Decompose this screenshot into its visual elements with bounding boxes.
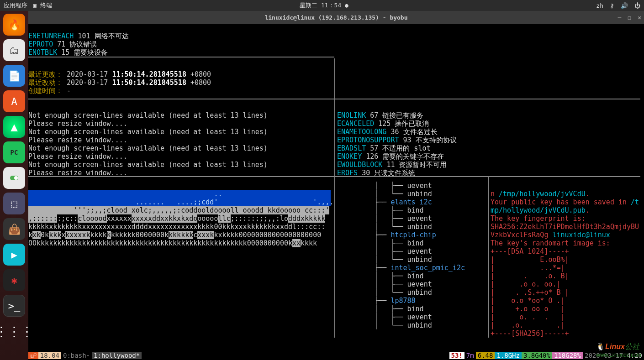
- screenshot-launcher-icon[interactable]: ⬚: [3, 193, 25, 214]
- minimize-button[interactable]: —: [618, 14, 622, 21]
- status-window-0[interactable]: 0:bash-: [61, 352, 92, 359]
- terminal-launcher-icon[interactable]: >_: [3, 295, 25, 317]
- show-apps-icon[interactable]: ⋮⋮⋮: [3, 320, 25, 342]
- byobu-status-bar: u◌ 18.04 0:bash- 1:hollywood* 53! 7m 6.4…: [28, 351, 644, 360]
- status-os-version: 18.04: [38, 352, 61, 359]
- firefox-launcher-icon[interactable]: 🔥: [3, 14, 25, 36]
- status-logo: u◌: [28, 352, 38, 360]
- window-titlebar: linuxidc@linux (192.168.213.135) - byobu…: [28, 11, 644, 24]
- status-window-1-active[interactable]: 1:hollywood*: [92, 352, 142, 359]
- network-launcher-icon[interactable]: ✱: [3, 269, 25, 291]
- window-title: linuxidc@linux (192.168.213.135) - byobu: [264, 14, 407, 21]
- pane-errno-right: ENOLINK 67 链接已有服务 ECANCELED 125 操作已取消 EN…: [337, 103, 639, 185]
- status-load: 6.48: [476, 352, 495, 359]
- status-alert: 53!: [449, 352, 465, 359]
- system-top-bar: 应用程序 ▣ 终端 星期二 11：54 ● zh ⚷ 🔊 ⏻: [0, 0, 644, 11]
- applications-menu[interactable]: 应用程序: [4, 1, 27, 10]
- close-button[interactable]: ✕: [638, 14, 641, 21]
- status-disk: 118G28%: [552, 352, 583, 359]
- power-icon[interactable]: ⏻: [634, 2, 640, 9]
- store-launcher-icon[interactable]: 👜: [3, 218, 25, 240]
- dock: 🔥 🗂 📄 A ▲ PC ⬚ 👜 ▶ ✱ >_ ⋮⋮⋮: [0, 11, 28, 360]
- pycharm-launcher-icon[interactable]: PC: [3, 141, 25, 163]
- pane-divider: [334, 99, 335, 176]
- tweaks-launcher-icon[interactable]: [3, 167, 25, 189]
- network-icon[interactable]: ⚷: [610, 2, 614, 9]
- pane-divider: [28, 57, 334, 57]
- android-studio-launcher-icon[interactable]: ▲: [3, 116, 25, 138]
- status-cpu-freq: 1.8GHz: [495, 352, 522, 359]
- pane-errno-top: ENETUNREACH 101 网络不可达 EPROTO 71 协议错误 ENO…: [28, 24, 334, 65]
- writer-launcher-icon[interactable]: 📄: [3, 65, 25, 87]
- clock[interactable]: 星期二 11：54 ●: [300, 2, 348, 9]
- volume-icon[interactable]: 🔊: [621, 2, 628, 9]
- status-uptime: 7m: [465, 352, 476, 359]
- status-mem: 3.8G40%: [522, 352, 552, 359]
- pane-noise: .. ....... ....;;cdd' '.,,. ''';;,,;cloo…: [28, 182, 334, 256]
- pane-resize-warning: Not enough screen-lines available (need …: [28, 103, 334, 185]
- pane-divider: [334, 177, 335, 338]
- pane-ssh-keygen: n /tmp/hollywood/jvVCdU. Your public key…: [491, 182, 640, 346]
- terminal-viewport[interactable]: ENETUNREACH 101 网络不可达 EPROTO 71 协议错误 ENO…: [28, 24, 644, 351]
- files-launcher-icon[interactable]: 🗂: [3, 39, 25, 61]
- software-launcher-icon[interactable]: A: [3, 90, 25, 112]
- terminal-window: linuxidc@linux (192.168.213.135) - byobu…: [28, 11, 644, 360]
- watermark: 🐧Linux公社 www.Linuxidc.com: [596, 342, 641, 358]
- pane-divider: [334, 58, 335, 99]
- maximize-button[interactable]: ☐: [628, 14, 631, 21]
- input-method-indicator[interactable]: zh: [596, 2, 603, 9]
- snap-launcher-icon[interactable]: ▶: [3, 244, 25, 266]
- pane-tree: │ ├── uevent │ └── unbind ├── elants_i2c…: [337, 182, 488, 329]
- pane-stat: 最近更改： 2020-03-17 11:50:14.281845518 +080…: [28, 62, 334, 103]
- pane-divider: [488, 177, 489, 338]
- terminal-menu-icon[interactable]: ▣ 终端: [33, 1, 52, 10]
